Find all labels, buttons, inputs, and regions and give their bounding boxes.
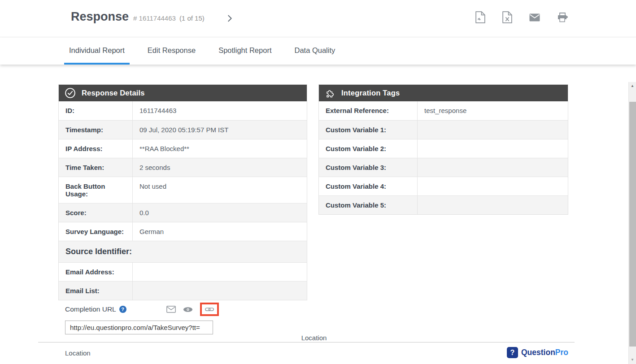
table-row: Custom Variable 4:: [319, 177, 568, 195]
table-row: Score: 0.0: [59, 203, 307, 222]
email-url-icon[interactable]: [166, 306, 176, 313]
table-row: Timestamp: 09 Jul, 2020 05:19:57 PM IST: [59, 120, 307, 139]
response-details-table: Response Details ID: 1611744463 Timestam…: [58, 84, 307, 300]
integration-tags-header: Integration Tags: [319, 85, 568, 101]
row-value: [418, 196, 568, 214]
table-row: ID: 1611744463: [59, 101, 307, 120]
tab-edit-response[interactable]: Edit Response: [143, 38, 200, 65]
tab-bar: Individual Report Edit Response Spotligh…: [0, 38, 636, 65]
table-row: IP Address: **RAA Blocked**: [59, 139, 307, 158]
location-section-title: Location: [0, 334, 628, 342]
row-label: Custom Variable 5:: [319, 196, 418, 214]
tab-data-quality[interactable]: Data Quality: [289, 38, 340, 65]
completion-url-input[interactable]: [65, 321, 213, 334]
row-value: [133, 282, 307, 300]
scrollbar-thumb[interactable]: [629, 102, 636, 347]
response-position: (1 of 15): [179, 14, 205, 22]
row-label: Custom Variable 4:: [319, 177, 418, 195]
table-row: Email Address:: [59, 262, 307, 281]
row-label: Survey Language:: [59, 222, 133, 241]
row-label: External Reference:: [319, 101, 418, 120]
response-title-group: Response # 1611744463 (1 of 15): [71, 10, 205, 24]
completion-url-section: Completion URL ?: [65, 300, 216, 334]
header-actions: [475, 11, 568, 23]
row-value: 2 seconds: [133, 158, 307, 177]
pdf-export-icon[interactable]: [475, 11, 485, 23]
row-label: Email Address:: [59, 263, 133, 281]
row-value: [133, 263, 307, 281]
row-label: Custom Variable 1:: [319, 121, 418, 139]
questionpro-logo-icon: ?: [507, 347, 518, 358]
questionpro-logo[interactable]: ? QuestionPro: [507, 347, 568, 358]
row-value: test_response: [418, 101, 568, 120]
tab-spotlight-report[interactable]: Spotlight Report: [213, 38, 276, 65]
row-value: Not used: [133, 177, 307, 203]
row-value: **RAA Blocked**: [133, 139, 307, 158]
preview-eye-icon[interactable]: [183, 306, 193, 313]
print-icon[interactable]: [557, 12, 568, 23]
table-row: Back Button Usage: Not used: [59, 177, 307, 203]
row-label: Time Taken:: [59, 158, 133, 177]
row-value: [418, 121, 568, 139]
row-value: [418, 177, 568, 195]
row-label: Email List:: [59, 282, 133, 300]
location-label: Location: [65, 349, 91, 357]
row-value: 1611744463: [133, 101, 307, 120]
row-label: Score:: [59, 204, 133, 222]
table-row: External Reference: test_response: [319, 101, 568, 120]
row-label: Back Button Usage:: [59, 177, 133, 203]
email-icon[interactable]: [529, 13, 540, 22]
source-identifier-section: Source Identifier:: [59, 241, 307, 262]
row-value: German: [133, 222, 307, 241]
next-response-button[interactable]: [224, 13, 235, 24]
table-title: Integration Tags: [341, 89, 400, 97]
row-label: ID:: [59, 101, 133, 120]
excel-export-icon[interactable]: [502, 11, 512, 23]
table-row: Custom Variable 1:: [319, 120, 568, 139]
table-row: Custom Variable 3:: [319, 158, 568, 177]
row-value: [418, 158, 568, 177]
integration-tags-table: Integration Tags External Reference: tes…: [318, 84, 568, 215]
row-label: Timestamp:: [59, 121, 133, 139]
tab-individual-report[interactable]: Individual Report: [64, 38, 130, 65]
scroll-up-arrow-icon[interactable]: ▲: [629, 84, 636, 88]
questionpro-logo-text: QuestionPro: [521, 348, 568, 357]
table-row: Survey Language: German: [59, 222, 307, 241]
copy-link-icon[interactable]: [205, 307, 214, 312]
response-details-header: Response Details: [59, 85, 307, 101]
check-circle-icon: [65, 87, 76, 99]
row-value: [418, 139, 568, 158]
row-label: Custom Variable 3:: [319, 158, 418, 177]
row-label: IP Address:: [59, 139, 133, 158]
vertical-scrollbar[interactable]: ▲ ▼: [628, 82, 636, 364]
chevron-right-icon: [225, 13, 235, 23]
table-row: Time Taken: 2 seconds: [59, 158, 307, 177]
page-title: Response: [71, 10, 129, 24]
help-icon[interactable]: ?: [119, 306, 126, 313]
row-value: 0.0: [133, 204, 307, 222]
scroll-down-arrow-icon[interactable]: ▼: [629, 358, 636, 362]
table-row: Custom Variable 5:: [319, 195, 568, 214]
highlight-box: [200, 303, 219, 316]
row-label: Custom Variable 2:: [319, 139, 418, 158]
puzzle-icon: [325, 88, 335, 99]
table-title: Response Details: [82, 89, 145, 97]
table-row: Email List:: [59, 281, 307, 300]
top-header: Response # 1611744463 (1 of 15): [0, 0, 636, 37]
table-row: Custom Variable 2:: [319, 139, 568, 158]
row-value: 09 Jul, 2020 05:19:57 PM IST: [133, 121, 307, 139]
completion-url-actions: [166, 303, 216, 316]
divider: [38, 342, 575, 342]
completion-url-label: Completion URL: [65, 305, 116, 313]
response-number: # 1611744463: [133, 14, 176, 22]
